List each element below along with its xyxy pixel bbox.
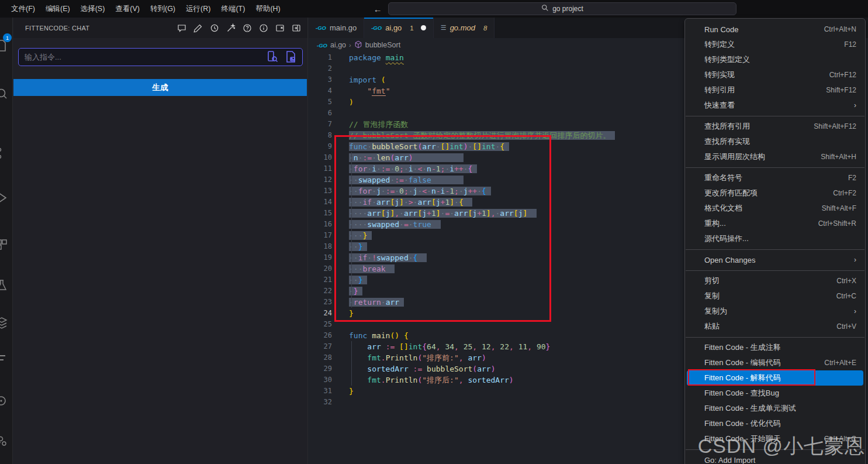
breadcrumb-file[interactable]: ai,go — [330, 41, 346, 49]
context-menu-item[interactable]: Fitten Code - 查找Bug — [687, 386, 863, 401]
menubar-item[interactable]: 终端(T) — [216, 2, 250, 15]
line-content: ··for·j·:=·0;·j·<·n-i-1;·j++·{ — [332, 185, 491, 197]
info-icon[interactable] — [258, 23, 269, 33]
menu-item-label: Run Code — [704, 25, 824, 34]
command-center-search[interactable]: go project — [388, 2, 736, 15]
menubar-item[interactable]: 查看(V) — [110, 2, 145, 15]
code-search-icon[interactable] — [265, 50, 279, 66]
magic-wand-icon[interactable] — [226, 23, 236, 33]
menu-item-label: 转到实现 — [704, 70, 829, 80]
line-number: 25 — [309, 319, 332, 330]
context-menu-item[interactable]: 重命名符号F2 — [687, 170, 863, 185]
menubar-item[interactable]: 文件(F) — [6, 2, 40, 15]
nav-back-arrow[interactable]: ← — [374, 4, 382, 14]
menubar-item[interactable]: 转到(G) — [145, 2, 181, 15]
context-menu-item[interactable]: 粘贴Ctrl+V — [687, 319, 863, 334]
breadcrumb-symbol[interactable]: bubbleSort — [365, 41, 400, 49]
context-menu-item[interactable]: Fitten Code - 解释代码 — [687, 370, 863, 386]
line-number: 31 — [309, 386, 332, 397]
menu-separator — [686, 337, 864, 338]
menu-bar: 文件(F)编辑(E)选择(S)查看(V)转到(G)运行(R)终端(T)帮助(H) — [0, 0, 286, 18]
menubar-item[interactable]: 选择(S) — [75, 2, 110, 15]
menu-item-label: 更改所有匹配项 — [704, 188, 833, 198]
context-menu-item[interactable]: Open Changes› — [687, 252, 863, 267]
activity-bar — [0, 18, 13, 464]
context-menu-item[interactable]: 显示调用层次结构Shift+Alt+H — [687, 149, 863, 164]
context-menu-item[interactable]: Fitten Code - 优化代码 — [687, 416, 863, 431]
command-input[interactable] — [18, 48, 303, 66]
context-menu-item[interactable]: 格式化文档Shift+Alt+F — [687, 201, 863, 216]
context-menu-item[interactable]: 转到定义F12 — [687, 37, 863, 52]
line-content: } — [332, 308, 354, 319]
circle-icon[interactable] — [0, 394, 9, 408]
tab-label: go.mod — [450, 23, 475, 32]
search-icon[interactable] — [0, 87, 9, 101]
context-menu-item[interactable]: 重构...Ctrl+Shift+R — [687, 216, 863, 231]
tab-go.mod[interactable]: ☰go.mod8 — [434, 18, 495, 38]
menubar-item[interactable]: 编辑(E) — [40, 2, 75, 15]
tab-main.go[interactable]: -GOmain.go — [309, 18, 364, 38]
generate-button[interactable]: 生成 — [13, 79, 307, 96]
menu-item-label: 查找所有引用 — [704, 121, 814, 132]
context-menu-item[interactable]: Go: Add Import — [687, 452, 863, 464]
context-menu-item[interactable]: 源代码操作... — [687, 231, 863, 246]
indent-guide — [351, 341, 352, 386]
line-number: 14 — [309, 197, 332, 208]
line-number: 1 — [309, 52, 332, 63]
menu-item-label: 转到类型定义 — [704, 54, 856, 65]
context-menu-item[interactable]: 转到类型定义 — [687, 52, 863, 67]
menu-item-label: 重构... — [704, 218, 818, 229]
context-menu-item[interactable]: Fitten Code - 编辑代码Ctrl+Alt+E — [687, 355, 863, 370]
context-menu-item[interactable]: Run CodeCtrl+Alt+N — [687, 22, 863, 37]
extensions-icon[interactable] — [0, 238, 9, 252]
context-menu-item[interactable]: Fitten Code - 生成注释 — [687, 340, 863, 355]
unsaved-dot-icon[interactable] — [421, 25, 426, 30]
run-debug-icon[interactable] — [0, 191, 9, 205]
context-menu-item[interactable]: Fitten Code - 生成单元测试 — [687, 401, 863, 416]
line-content: "fmt" — [332, 85, 390, 97]
source-control-icon[interactable] — [0, 146, 9, 160]
line-number: 8 — [309, 130, 332, 141]
fitten-icon[interactable] — [0, 353, 9, 367]
line-content: ···if·arr[j]·>·arr[j+1]·{ — [332, 197, 472, 208]
explorer-badge: 1 — [3, 33, 12, 42]
context-menu-item[interactable]: 复制为› — [687, 304, 863, 319]
menu-item-label: 复制 — [704, 291, 836, 301]
line-content: //·bubbleSort·函数对给定的整数切片进行冒泡排序并返回排序后的切片。 — [332, 130, 615, 141]
tab-problem-badge: 1 — [410, 25, 413, 32]
context-menu-item[interactable]: 剪切Ctrl+X — [687, 273, 863, 288]
context-menu-item[interactable]: 更改所有匹配项Ctrl+F2 — [687, 185, 863, 201]
menu-item-shortcut: Ctrl+V — [836, 322, 856, 331]
line-number: 11 — [309, 163, 332, 174]
edit-icon[interactable] — [193, 23, 203, 33]
accounts-settings-icon[interactable] — [0, 434, 9, 448]
chat-icon[interactable] — [177, 23, 187, 33]
menu-item-label: 源代码操作... — [704, 233, 856, 244]
context-menu-item[interactable]: 查找所有引用Shift+Alt+F12 — [687, 119, 863, 134]
menu-item-shortcut: Ctrl+Alt+E — [824, 359, 856, 367]
menu-item-shortcut: Ctrl+F12 — [829, 71, 856, 79]
context-menu-item[interactable]: 快速查看› — [687, 98, 863, 113]
context-menu-item[interactable]: 查找所有实现 — [687, 134, 863, 149]
upload-image-icon[interactable] — [284, 50, 298, 66]
context-menu-item[interactable]: Fitten Code - 开始聊天Ctrl+Alt+C — [687, 431, 863, 446]
menu-item-shortcut: Ctrl+Shift+R — [818, 219, 856, 228]
menu-item-shortcut: Ctrl+C — [836, 292, 856, 300]
menu-item-label: 格式化文档 — [704, 203, 822, 214]
tab-label: main.go — [330, 23, 357, 32]
context-menu-item[interactable]: 复制Ctrl+C — [687, 288, 863, 304]
context-menu-item[interactable]: 转到实现Ctrl+F12 — [687, 67, 863, 83]
testing-icon[interactable] — [0, 279, 9, 293]
menubar-item[interactable]: 帮助(H) — [250, 2, 285, 15]
context-menu-item[interactable]: 转到引用Shift+F12 — [687, 83, 863, 98]
references-icon[interactable] — [0, 316, 9, 330]
help-icon[interactable] — [242, 23, 253, 33]
line-content: // 冒泡排序函数 — [332, 119, 408, 130]
report-icon[interactable] — [275, 23, 285, 33]
open-panel-icon[interactable] — [291, 23, 302, 33]
menubar-item[interactable]: 运行(R) — [181, 2, 216, 15]
tab-ai,go[interactable]: -GOai,go1 — [364, 18, 434, 38]
menu-separator — [686, 116, 864, 116]
history-icon[interactable] — [209, 23, 220, 33]
menu-item-shortcut: Shift+Alt+H — [821, 153, 856, 161]
